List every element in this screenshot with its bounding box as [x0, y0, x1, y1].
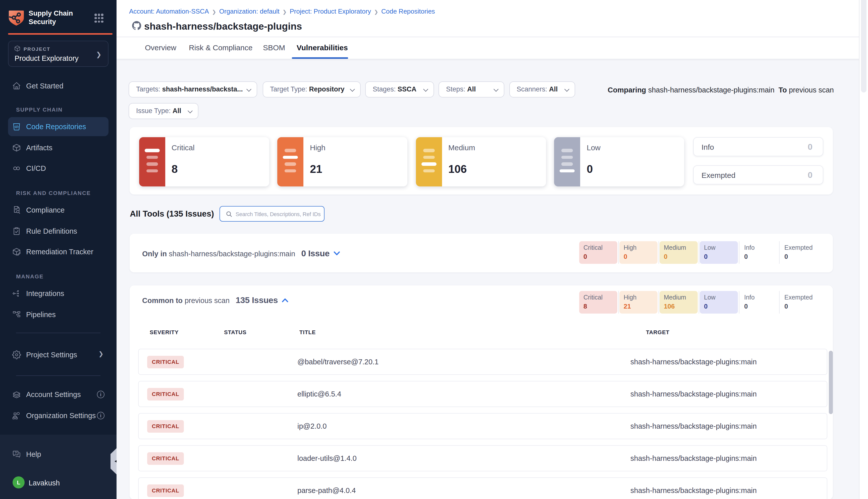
svg-text:?: ?	[15, 451, 17, 455]
